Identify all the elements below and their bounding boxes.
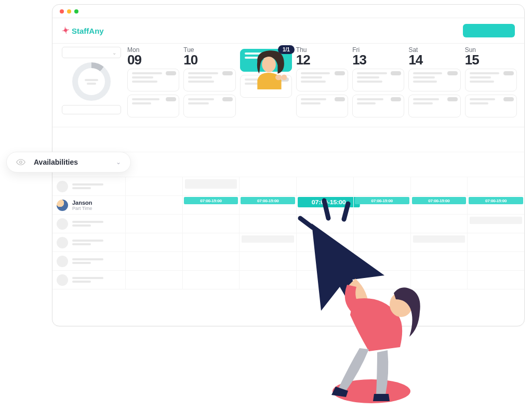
table-row-featured: Janson Part Time 07:00-15:00 07:00-15:00… [52, 196, 524, 215]
day-card[interactable] [408, 95, 460, 117]
day-col-fri[interactable]: Fri 13 [350, 44, 406, 124]
table-row [52, 215, 524, 233]
schedule-cell[interactable] [239, 215, 296, 233]
availability-slot[interactable]: 07:00-15:00 [184, 197, 238, 204]
availability-slot[interactable]: 07:00-15:00 [241, 197, 295, 204]
day-card[interactable] [296, 69, 348, 91]
schedule-cell[interactable]: 07:00-15:00 [239, 196, 296, 214]
day-card[interactable] [408, 69, 460, 91]
availability-slot[interactable]: 07:00-15:00 [469, 197, 523, 204]
svg-point-3 [282, 75, 287, 81]
illustration-person-top [248, 48, 295, 89]
svg-line-5 [324, 201, 328, 218]
staff-role: Part Time [72, 206, 92, 211]
brand-mark-icon: ✦ [61, 24, 71, 37]
day-card[interactable] [127, 95, 179, 117]
schedule-cell[interactable] [125, 177, 182, 195]
avatar [57, 256, 68, 267]
day-col-thu[interactable]: Thu 12 [294, 44, 350, 124]
schedule-cell[interactable] [467, 233, 524, 252]
legend-line [62, 105, 121, 114]
table-row [52, 177, 524, 196]
day-card[interactable] [352, 69, 404, 91]
schedule-cell[interactable] [467, 252, 524, 270]
schedule-cell[interactable] [353, 177, 410, 195]
schedule-grid: Janson Part Time 07:00-15:00 07:00-15:00… [52, 177, 524, 289]
day-card[interactable] [352, 95, 404, 117]
day-card[interactable] [465, 69, 517, 91]
schedule-cell[interactable] [296, 177, 353, 195]
day-card[interactable] [465, 95, 517, 117]
schedule-cell[interactable]: 07:00-15:00 [182, 196, 240, 214]
schedule-cell[interactable] [239, 233, 296, 252]
table-row [52, 271, 524, 289]
day-col-sat[interactable]: Sat 14 [406, 44, 462, 124]
schedule-cell[interactable] [467, 215, 524, 233]
avatar [57, 237, 68, 248]
day-card[interactable] [127, 69, 179, 91]
day-card[interactable] [183, 69, 235, 91]
svg-line-6 [344, 204, 348, 219]
date-number: 10 [183, 53, 235, 67]
date-number: 09 [127, 53, 179, 67]
schedule-cell[interactable] [239, 252, 296, 270]
avatar [57, 200, 68, 211]
schedule-cell[interactable] [125, 252, 182, 270]
staff-placeholder [72, 277, 103, 283]
app-header: ✦ StaffAny [52, 18, 524, 43]
svg-point-0 [20, 161, 22, 164]
date-number: 12 [296, 53, 348, 67]
brand-logo: ✦ StaffAny [62, 25, 104, 36]
schedule-cell[interactable] [125, 233, 182, 252]
schedule-cell[interactable] [467, 177, 524, 195]
schedule-cell[interactable] [125, 196, 182, 214]
schedule-cell[interactable] [239, 177, 296, 195]
primary-action-button[interactable] [463, 24, 515, 37]
staff-placeholder [72, 240, 103, 245]
staff-name: Janson [72, 200, 92, 206]
schedule-cell[interactable] [182, 215, 240, 233]
window-min-dot[interactable] [67, 9, 71, 14]
schedule-cell[interactable] [182, 177, 240, 195]
brand-name: StaffAny [72, 27, 104, 35]
schedule-cell[interactable] [182, 233, 240, 252]
window-close-dot[interactable] [60, 9, 64, 14]
staff-placeholder [72, 183, 103, 189]
date-number: 13 [352, 53, 404, 67]
window-max-dot[interactable] [74, 9, 78, 14]
table-row [52, 233, 524, 252]
schedule-cell[interactable]: 07:00-15:00 [467, 196, 524, 214]
window-titlebar [52, 5, 524, 18]
staff-placeholder [72, 258, 103, 264]
view-select[interactable]: ⌄ [62, 47, 121, 58]
calendar-side-panel: ⌄ [58, 44, 125, 124]
schedule-cell[interactable] [467, 271, 524, 289]
avatar [57, 181, 68, 192]
day-col-tue[interactable]: Tue 10 [181, 44, 237, 124]
date-number: 15 [465, 53, 517, 67]
schedule-cell[interactable] [182, 252, 240, 270]
availabilities-dropdown[interactable]: Availabilities ⌄ [6, 152, 131, 173]
staff-placeholder [72, 221, 103, 227]
day-card[interactable] [296, 95, 348, 117]
illustration-person-bottom [291, 197, 447, 405]
day-card[interactable] [183, 95, 235, 117]
avatar [57, 218, 68, 230]
day-col-mon[interactable]: Mon 09 [125, 44, 181, 124]
dropdown-label: Availabilities [34, 158, 108, 166]
schedule-cell[interactable] [239, 271, 296, 289]
schedule-cell[interactable] [182, 271, 240, 289]
schedule-cell[interactable] [410, 177, 468, 195]
day-col-sun[interactable]: Sun 15 [463, 44, 519, 124]
svg-line-4 [300, 218, 313, 228]
schedule-cell[interactable] [125, 271, 182, 289]
chevron-down-icon: ⌄ [112, 50, 116, 56]
svg-point-1 [262, 57, 276, 72]
eye-icon [16, 158, 25, 166]
svg-point-2 [275, 75, 282, 81]
chevron-down-icon: ⌄ [116, 158, 121, 166]
schedule-cell[interactable] [125, 215, 182, 233]
date-number: 14 [408, 53, 460, 67]
coverage-donut [72, 62, 111, 101]
table-row [52, 252, 524, 271]
